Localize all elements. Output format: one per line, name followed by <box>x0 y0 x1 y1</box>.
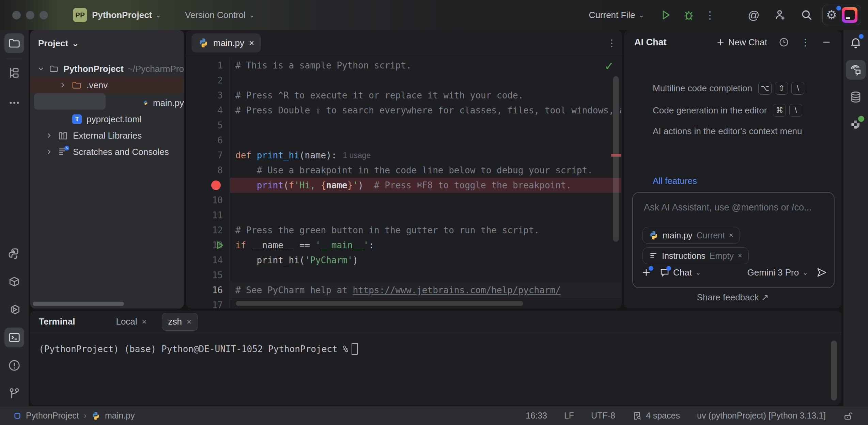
run-gutter-icon[interactable] <box>215 240 225 250</box>
gutter-line-number[interactable]: 10 <box>186 193 230 208</box>
indent-setting[interactable]: 4 spaces <box>632 411 680 421</box>
code-line[interactable]: 4# Press Double ⇧ to search everywhere f… <box>186 103 622 118</box>
gutter-line-number[interactable]: 7 <box>186 148 230 163</box>
window-close-button[interactable] <box>12 11 21 19</box>
python-packages-button[interactable] <box>4 272 24 292</box>
pycharm-logo-icon[interactable] <box>842 7 857 23</box>
window-zoom-button[interactable] <box>40 11 48 19</box>
chevron-right-icon[interactable] <box>45 148 53 156</box>
tree-item-scratches[interactable]: Scratches and Consoles <box>30 144 184 160</box>
version-control-menu[interactable]: Version Control <box>185 10 246 20</box>
tab-close-icon[interactable]: × <box>249 38 254 48</box>
structure-tool-button[interactable] <box>4 63 24 83</box>
gutter-line-number[interactable]: 4 <box>186 103 230 118</box>
new-chat-button[interactable]: New Chat <box>716 37 767 48</box>
gutter-line-number[interactable]: 15 <box>186 268 230 283</box>
code-line[interactable]: 14 print_hi('PyCharm') <box>186 253 622 268</box>
code-with-me-icon[interactable] <box>774 9 786 21</box>
share-feedback-link[interactable]: Share feedback ↗ <box>624 292 841 303</box>
project-horizontal-scrollbar[interactable] <box>33 302 124 306</box>
code-area[interactable]: 1# This is a sample Python script.23# Pr… <box>186 58 622 309</box>
chevron-right-icon[interactable] <box>45 131 53 140</box>
code-line[interactable]: 3# Press ^R to execute it or replace it … <box>186 88 622 103</box>
editor-area[interactable]: main.py × ⋮ ✓ 1# This is a sample Python… <box>186 30 622 309</box>
window-minimize-button[interactable] <box>26 11 34 19</box>
gutter-line-number[interactable]: 11 <box>186 208 230 223</box>
hide-panel-button[interactable] <box>822 37 831 47</box>
tree-item-venv[interactable]: .venv <box>30 77 184 93</box>
gutter-line-number[interactable]: 6 <box>186 133 230 148</box>
gutter-line-number[interactable]: 16 <box>186 283 230 298</box>
attach-context-button[interactable] <box>641 267 651 278</box>
ai-options-kebab[interactable]: ⋮ <box>801 37 810 48</box>
code-line[interactable]: 11 <box>186 208 622 223</box>
python-interpreter[interactable]: uv (pythonProject) [Python 3.13.1] <box>697 411 826 421</box>
send-button[interactable] <box>816 267 827 278</box>
tree-item-root[interactable]: PythonProject ~/PycharmPro <box>30 61 184 77</box>
tree-item-main-py[interactable]: main.py <box>30 95 184 111</box>
ai-prompt-card[interactable]: Ask AI Assistant, use @mentions or /co..… <box>632 192 835 288</box>
lock-open-icon[interactable] <box>843 411 853 421</box>
plugin-tool-button[interactable] <box>846 114 866 134</box>
python-console-button[interactable] <box>4 244 24 264</box>
run-button[interactable] <box>660 9 671 21</box>
terminal-prompt-line[interactable]: (PythonProject) (base) Python@DE-UNIT-10… <box>39 343 358 355</box>
tree-item-pyproject-toml[interactable]: T pyproject.toml <box>30 111 184 127</box>
more-actions-kebab[interactable]: ⋮ <box>705 9 715 21</box>
usage-inlay-hint[interactable]: 1 usage <box>343 151 371 160</box>
git-button[interactable] <box>4 383 24 403</box>
code-line[interactable]: print(f'Hi, {name}') # Press ⌘F8 to togg… <box>186 178 622 193</box>
gutter-line-number[interactable]: 5 <box>186 118 230 133</box>
code-line[interactable]: 7def print_hi(name):1 usage <box>186 148 622 163</box>
gutter-line-number[interactable]: 3 <box>186 88 230 103</box>
editor-horizontal-scrollbar[interactable] <box>236 301 523 306</box>
gutter-line-number[interactable]: 14 <box>186 253 230 268</box>
chip-close-icon[interactable]: × <box>738 251 742 260</box>
gutter-line-number[interactable] <box>186 178 230 193</box>
model-selector[interactable]: Gemini 3 Pro ⌄ <box>747 267 808 278</box>
debug-button[interactable] <box>683 9 695 21</box>
editor-vertical-scrollbar[interactable] <box>613 76 619 242</box>
terminal-tab-zsh[interactable]: zsh × <box>162 313 198 331</box>
editor-options-kebab[interactable]: ⋮ <box>607 37 617 49</box>
chip-close-icon[interactable]: × <box>729 231 733 240</box>
gutter-line-number[interactable]: 12 <box>186 223 230 238</box>
breadcrumb-file[interactable]: main.py <box>105 411 135 421</box>
services-button[interactable] <box>4 300 24 319</box>
gutter-line-number[interactable]: 8 <box>186 163 230 178</box>
code-line[interactable]: 8 # Use a breakpoint in the code line be… <box>186 163 622 178</box>
terminal-title[interactable]: Terminal <box>39 316 75 327</box>
code-line[interactable]: 2 <box>186 73 622 88</box>
code-line[interactable]: 5 <box>186 118 622 133</box>
gutter-line-number[interactable]: 13 <box>186 238 230 253</box>
search-everywhere-icon[interactable] <box>801 9 813 21</box>
code-line[interactable]: 1# This is a sample Python script. <box>186 58 622 73</box>
project-panel-header[interactable]: Project ⌄ <box>38 38 82 49</box>
project-name-menu[interactable]: PythonProject <box>92 10 152 20</box>
caret-position[interactable]: 16:33 <box>526 411 547 421</box>
file-encoding[interactable]: UTF-8 <box>591 411 615 421</box>
tab-close-icon[interactable]: × <box>142 317 147 327</box>
code-line[interactable]: 6 <box>186 133 622 148</box>
context-chip-instructions[interactable]: Instructions Empty × <box>642 247 749 264</box>
tab-close-icon[interactable]: × <box>187 317 191 327</box>
tree-item-external-libraries[interactable]: External Libraries <box>30 127 184 144</box>
database-tool-button[interactable] <box>846 87 866 107</box>
all-features-link[interactable]: All features <box>653 176 697 186</box>
notifications-bell-button[interactable] <box>846 33 866 52</box>
project-tool-button[interactable] <box>4 33 24 53</box>
breakpoint-icon[interactable] <box>211 180 221 190</box>
ai-chat-tool-button[interactable] <box>846 60 866 80</box>
chat-mode-selector[interactable]: Chat ⌄ <box>660 267 701 278</box>
chat-history-clock-icon[interactable] <box>779 37 789 47</box>
code-line[interactable]: 10 <box>186 193 622 208</box>
gutter-line-number[interactable]: 17 <box>186 298 230 309</box>
terminal-scrollbar[interactable] <box>831 341 837 400</box>
ai-mentions-icon[interactable]: @ <box>748 9 760 22</box>
gutter-line-number[interactable]: 1 <box>186 58 230 73</box>
context-chip-file[interactable]: main.py Current × <box>642 227 740 244</box>
code-line[interactable]: 13if __name__ == '__main__': <box>186 238 622 253</box>
code-line[interactable]: 16# See PyCharm help at https://www.jetb… <box>186 283 622 298</box>
breadcrumb-project[interactable]: PythonProject <box>26 411 79 421</box>
run-config-selector[interactable]: Current File <box>589 10 635 20</box>
